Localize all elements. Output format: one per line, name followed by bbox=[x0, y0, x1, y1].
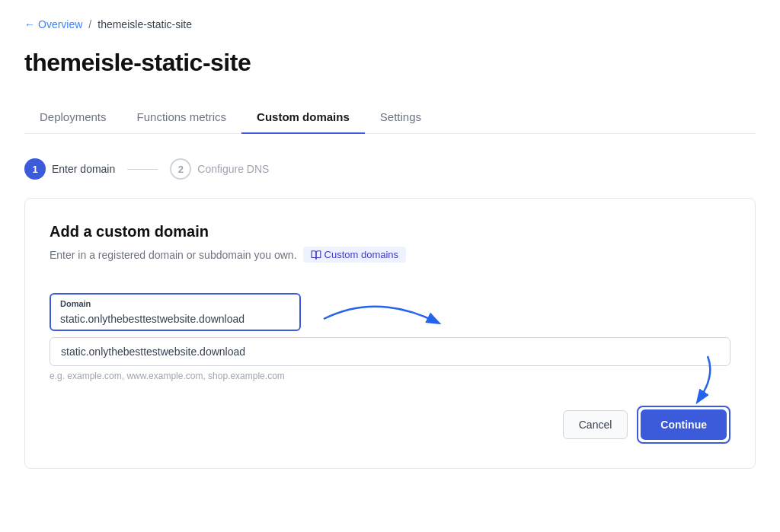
overview-link-label[interactable]: Overview bbox=[38, 18, 82, 30]
breadcrumb: ← Overview / themeisle-static-site bbox=[24, 18, 756, 30]
back-arrow-icon: ← bbox=[24, 18, 35, 30]
step-2-circle: 2 bbox=[170, 158, 191, 180]
page-container: ← Overview / themeisle-static-site theme… bbox=[0, 0, 780, 487]
step-2: 2 Configure DNS bbox=[170, 158, 269, 180]
continue-button[interactable]: Continue bbox=[641, 409, 727, 440]
card-title: Add a custom domain bbox=[50, 223, 730, 241]
domain-section: Domain e.g. example.com, www.example.com… bbox=[50, 281, 730, 381]
page-title: themeisle-static-site bbox=[24, 49, 756, 77]
step-connector bbox=[127, 169, 158, 170]
tab-custom-domains[interactable]: Custom domains bbox=[241, 101, 365, 134]
stepper: 1 Enter domain 2 Configure DNS bbox=[24, 158, 756, 180]
back-link[interactable]: ← Overview bbox=[24, 18, 82, 30]
tab-settings[interactable]: Settings bbox=[365, 101, 436, 134]
actions-row: Cancel Continue bbox=[50, 406, 730, 444]
arrow-to-input-icon bbox=[316, 288, 468, 342]
step-2-label: Configure DNS bbox=[197, 163, 269, 175]
card-subtitle-text: Enter in a registered domain or subdomai… bbox=[50, 249, 297, 261]
full-input-wrapper bbox=[50, 337, 730, 366]
domain-input[interactable] bbox=[57, 311, 293, 327]
card-subtitle: Enter in a registered domain or subdomai… bbox=[50, 247, 730, 263]
breadcrumb-current: themeisle-static-site bbox=[98, 18, 192, 30]
cancel-button[interactable]: Cancel bbox=[563, 410, 628, 439]
input-hint: e.g. example.com, www.example.com, shop.… bbox=[50, 371, 730, 381]
domain-full-input[interactable] bbox=[50, 337, 730, 366]
tab-deployments[interactable]: Deployments bbox=[24, 101, 122, 134]
step-1-circle: 1 bbox=[24, 158, 46, 180]
tab-functions-metrics[interactable]: Functions metrics bbox=[122, 101, 242, 134]
step-1-label: Enter domain bbox=[52, 163, 115, 175]
step-1: 1 Enter domain bbox=[24, 158, 115, 180]
badge-label: Custom domains bbox=[324, 249, 399, 260]
tab-bar: Deployments Functions metrics Custom dom… bbox=[24, 101, 756, 134]
book-icon bbox=[311, 250, 321, 260]
continue-wrapper: Continue bbox=[637, 406, 730, 444]
custom-domains-badge[interactable]: Custom domains bbox=[303, 247, 407, 263]
domain-label: Domain bbox=[57, 299, 293, 308]
breadcrumb-separator: / bbox=[88, 18, 91, 30]
add-domain-card: Add a custom domain Enter in a registere… bbox=[24, 198, 756, 469]
